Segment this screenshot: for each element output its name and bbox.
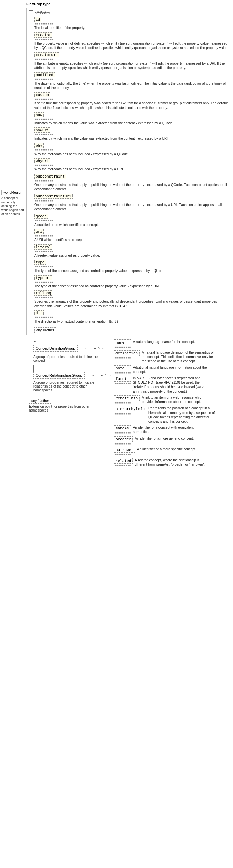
right-item-dots-related: ▪▪▪▪▪▪▪▪▪ (114, 464, 133, 467)
prop-desc-typeuri: The type of the concept assigned as cont… (34, 284, 229, 289)
prop-desc-custom: If set to true the corresponding propert… (34, 101, 229, 110)
right-panel: name▪▪▪▪▪▪▪▪▪A natural language name for… (114, 339, 223, 467)
concept-def-row: ConceptDefinitionGroup ··· ► 0...∞ (26, 345, 111, 352)
prop-tag-custom: custom (34, 92, 50, 97)
right-item-box-sameAs: sameAs (114, 425, 131, 431)
right-item-related: related▪▪▪▪▪▪▪▪▪A related concept, where… (114, 458, 223, 467)
prop-row-uri: uri▪▪▪▪▪▪▪▪▪▪A URI which identifies a co… (29, 229, 229, 242)
right-item-dots-remoteInfo: ▪▪▪▪▪▪▪▪▪ (114, 401, 140, 404)
prop-dots-whyuri: ▪▪▪▪▪▪▪▪▪▪ (35, 163, 229, 167)
prop-row-whyuri: whyuri▪▪▪▪▪▪▪▪▪▪Why the metadata has bee… (29, 158, 229, 172)
prop-row-creatoruri: creatoruri▪▪▪▪▪▪▪▪▪▪If the attribute is … (29, 52, 229, 70)
prop-desc-uri: A URI which identifies a concept. (34, 238, 229, 242)
prop-desc-pubconstrainturi: One or many constraints that apply to pu… (34, 203, 229, 212)
right-item-dots-hierarchyInfo: ▪▪▪▪▪▪▪▪▪ (114, 412, 146, 415)
right-item-definition: definition▪▪▪▪▪▪▪▪▪A natural language de… (114, 350, 223, 363)
prop-desc-dir: The directionality of textual content (e… (34, 319, 229, 324)
prop-row-xmllang: xmllang▪▪▪▪▪▪▪▪▪▪Specifies the language … (29, 290, 229, 308)
right-item-desc-hierarchyInfo: Represents the position of a concept in … (148, 406, 223, 424)
any-other-ext-row: any ##other Extension point for properti… (29, 397, 111, 412)
prop-dots-pubconstrainturi: ▪▪▪▪▪▪▪▪▪▪ (35, 199, 229, 202)
rel-card: ► (100, 374, 103, 377)
concept-def-desc: A group of properties required to define… (33, 355, 101, 362)
def-card-label: 0...∞ (98, 347, 104, 350)
prop-tag-type: type (34, 260, 46, 265)
def-line2 (79, 348, 84, 348)
connector-arrow-top: ► (33, 339, 36, 343)
prop-tag-modified: modified (34, 72, 55, 77)
prop-row-pubconstraint: pubconstraint▪▪▪▪▪▪▪▪▪▪One or many const… (29, 174, 229, 192)
prop-tag-qcode: qcode (34, 214, 48, 219)
page-title: FlexPropType (26, 2, 233, 6)
prop-dots-custom: ▪▪▪▪▪▪▪▪▪▪ (35, 97, 229, 101)
prop-dots-how: ▪▪▪▪▪▪▪▪▪▪ (35, 117, 229, 121)
right-item-dots-narrower: ▪▪▪▪▪▪▪▪▪ (114, 453, 135, 456)
prop-row-howuri: howuri▪▪▪▪▪▪▪▪▪▪Indicates by which means… (29, 127, 229, 141)
prop-dots-howuri: ▪▪▪▪▪▪▪▪▪▪ (35, 133, 229, 136)
attributes-label: attributes (35, 11, 50, 15)
right-item-dots-broader: ▪▪▪▪▪▪▪▪▪ (114, 442, 133, 445)
right-item-facet: facet▪▪▪▪▪▪▪▪▪In NAR 1.8 and later, face… (114, 376, 223, 394)
rel-card-label: 0...∞ (105, 374, 111, 377)
prop-dots-literal: ▪▪▪▪▪▪▪▪▪▪ (35, 250, 229, 253)
prop-tag-howuri: howuri (34, 127, 50, 133)
rel-line2 (86, 375, 91, 375)
def-card: ► (93, 347, 97, 350)
world-region-panel: worldRegion A concept or name only defin… (1, 190, 24, 216)
prop-dots-creator: ▪▪▪▪▪▪▪▪▪▪ (35, 38, 229, 41)
right-item-dots-facet: ▪▪▪▪▪▪▪▪▪ (114, 382, 131, 385)
right-item-dots-note: ▪▪▪▪▪▪▪▪▪ (114, 371, 131, 374)
prop-dots-qcode: ▪▪▪▪▪▪▪▪▪▪ (35, 219, 229, 222)
rel-mult: ··· ► (86, 374, 103, 377)
right-item-box-name: name (114, 339, 131, 345)
prop-desc-literal: A freetext value assigned as property va… (34, 253, 229, 258)
def-dots: ··· (85, 347, 87, 350)
prop-tag-literal: literal (34, 244, 52, 250)
prop-row-modified: modified▪▪▪▪▪▪▪▪▪▪The date (and, optiona… (29, 72, 229, 90)
prop-row-id: id▪▪▪▪▪▪▪▪▪▪The local identifier of the … (29, 17, 229, 30)
prop-row-custom: custom▪▪▪▪▪▪▪▪▪▪If set to true the corre… (29, 92, 229, 110)
right-item-box-remoteInfo: remoteInfo (114, 395, 140, 401)
right-item-box-related: related (114, 458, 133, 464)
prop-desc-creatoruri: If the attribute is empty, specifies whi… (34, 61, 229, 70)
right-item-dots-sameAs: ▪▪▪▪▪▪▪▪▪ (114, 431, 131, 435)
concept-def-group-box: ConceptDefinitionGroup (33, 345, 78, 352)
prop-row-pubconstrainturi: pubconstrainturi▪▪▪▪▪▪▪▪▪▪One or many co… (29, 194, 229, 212)
right-item-dots-name: ▪▪▪▪▪▪▪▪▪ (114, 345, 131, 349)
prop-dots-pubconstraint: ▪▪▪▪▪▪▪▪▪▪ (35, 179, 229, 182)
rel-line1 (26, 375, 32, 375)
prop-tag-creatoruri: creatoruri (34, 52, 59, 57)
prop-tag-typeuri: typeuri (34, 275, 52, 280)
right-item-hierarchyInfo: hierarchyInfo▪▪▪▪▪▪▪▪▪Represents the pos… (114, 406, 223, 424)
right-item-box-narrower: narrower (114, 447, 135, 453)
prop-desc-xmllang: Specifies the language of this property … (34, 299, 229, 308)
prop-tag-how: how (34, 112, 44, 117)
right-item-desc-narrower: An identifier of a more specific concept… (137, 447, 196, 451)
any-other-ext-box: any ##other (29, 398, 51, 404)
prop-desc-id: The local identifier of the property. (34, 26, 229, 30)
prop-desc-modified: The date (and, optionally, the time) whe… (34, 81, 229, 90)
top-connector: ► (26, 339, 111, 343)
prop-row-dir: dir▪▪▪▪▪▪▪▪▪▪The directionality of textu… (29, 310, 229, 324)
concept-rel-row: ConceptRelationshipsGroup ··· ► 0...∞ (26, 372, 111, 379)
prop-tag-creator: creator (34, 32, 52, 38)
right-item-desc-broader: An identifier of a more generic concept. (135, 436, 194, 441)
concept-rel-desc: A group of properties required to indica… (33, 381, 101, 392)
groups-column: ► ConceptDefinitionGroup ··· ► 0...∞ A g… (26, 339, 111, 467)
connector-line-top (26, 341, 33, 341)
collapse-button[interactable]: − (29, 10, 33, 15)
right-item-box-broader: broader (114, 436, 133, 442)
world-region-desc: A concept or name only defining the worl… (1, 196, 24, 216)
right-item-broader: broader▪▪▪▪▪▪▪▪▪An identifier of a more … (114, 436, 223, 445)
right-item-box-facet: facet (114, 376, 131, 382)
prop-desc-howuri: Indicates by which means the value was e… (34, 136, 229, 141)
prop-tag-id: id (34, 17, 41, 22)
bottom-section: ► ConceptDefinitionGroup ··· ► 0...∞ A g… (26, 339, 231, 467)
prop-tag-pubconstraint: pubconstraint (34, 174, 66, 179)
main-content: − attributes id▪▪▪▪▪▪▪▪▪▪The local ident… (26, 8, 231, 467)
vert-line-between (33, 365, 34, 372)
right-item-desc-name: A natural language name for the concept. (133, 339, 195, 344)
attributes-header: − attributes (29, 10, 229, 15)
prop-dots-id: ▪▪▪▪▪▪▪▪▪▪ (35, 22, 229, 25)
prop-tag-dir: dir (34, 310, 44, 315)
